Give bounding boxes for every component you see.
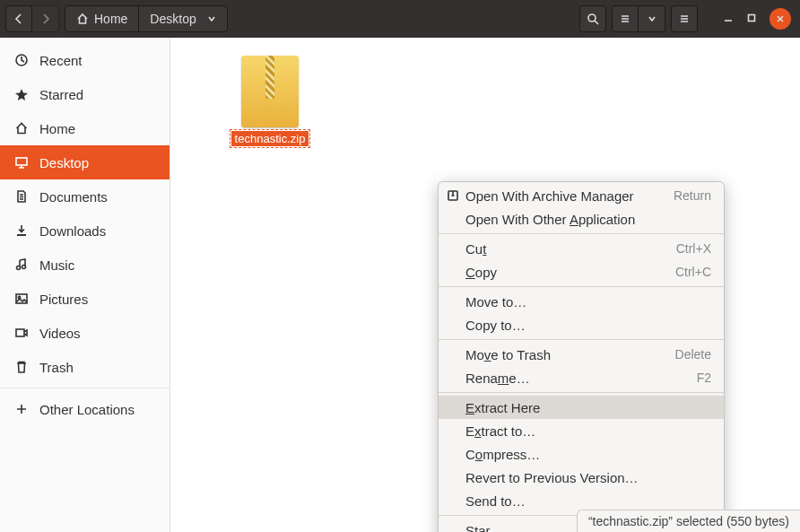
svg-rect-3: [16, 158, 27, 165]
context-menu-item-label: Revert to Previous Version…: [465, 470, 639, 485]
context-menu-item-label: Move to…: [465, 294, 526, 310]
context-menu-item-label: Rename…: [465, 371, 530, 386]
status-bar: “technastic.zip” selected (550 bytes): [577, 510, 800, 532]
trash-icon: [14, 360, 29, 374]
clock-icon: [14, 53, 29, 67]
file-label: technastic.zip: [231, 131, 309, 146]
crumb-label: Home: [94, 12, 127, 26]
svg-rect-8: [16, 329, 24, 336]
zip-icon: [241, 56, 299, 127]
sidebar-item-downloads[interactable]: Downloads: [0, 214, 170, 248]
star-icon: [14, 87, 29, 101]
music-icon: [14, 257, 29, 272]
context-menu-item[interactable]: Rename…F2: [439, 366, 724, 389]
archive-icon: [446, 188, 460, 203]
context-menu-item-label: Cut: [465, 241, 486, 257]
sidebar-item-label: Other Locations: [39, 402, 135, 417]
context-menu-item-label: Send to…: [465, 493, 526, 509]
context-menu-item-label: Open With Other Application: [465, 212, 635, 227]
context-menu-item-accel: Ctrl+C: [675, 265, 711, 279]
context-menu-item[interactable]: Copy to…: [439, 313, 724, 336]
search-icon: [587, 13, 599, 25]
file-item[interactable]: technastic.zip: [230, 56, 310, 146]
search-button[interactable]: [579, 5, 606, 32]
context-menu-item[interactable]: Open With Other Application: [439, 207, 724, 231]
sidebar-item-home[interactable]: Home: [0, 111, 170, 145]
svg-rect-1: [749, 15, 755, 22]
sidebar-item-label: Trash: [39, 360, 74, 375]
minimize-button[interactable]: [719, 8, 737, 30]
sidebar-item-label: Documents: [39, 189, 108, 205]
context-menu-item-label: Move to Trash: [465, 347, 551, 362]
sidebar-item-videos[interactable]: Videos: [0, 316, 170, 350]
context-menu-item[interactable]: Revert to Previous Version…: [439, 466, 724, 489]
view-options-button[interactable]: [639, 5, 665, 32]
sidebar-item-desktop[interactable]: Desktop: [0, 145, 170, 179]
hamburger-icon: [678, 13, 691, 25]
sidebar-item-label: Music: [39, 257, 74, 273]
sidebar-item-starred[interactable]: Starred: [0, 77, 170, 111]
nav-buttons: [5, 5, 59, 32]
archive-icon: [446, 188, 460, 203]
sidebar-item-other-locations[interactable]: Other Locations: [0, 392, 170, 426]
view-buttons: [612, 5, 665, 32]
svg-point-5: [22, 266, 26, 269]
sidebar-item-label: Starred: [39, 87, 83, 102]
context-menu-item-label: Copy to…: [465, 318, 526, 333]
sidebar-separator: [0, 388, 170, 388]
context-menu-separator: [439, 339, 724, 340]
crumb-home[interactable]: Home: [65, 6, 139, 31]
context-menu-item[interactable]: Move to…: [439, 290, 724, 313]
context-menu-item[interactable]: Move to TrashDelete: [439, 343, 724, 366]
header-bar: Home Desktop: [0, 0, 800, 38]
context-menu-separator: [439, 233, 724, 234]
context-menu-item-accel: F2: [697, 371, 711, 385]
context-menu-item[interactable]: Compress…: [439, 442, 724, 466]
sidebar-item-music[interactable]: Music: [0, 248, 170, 282]
close-button[interactable]: [770, 8, 791, 30]
context-menu-item-accel: Ctrl+X: [676, 241, 711, 256]
context-menu-item[interactable]: Extract to…: [439, 419, 724, 442]
content-area[interactable]: technastic.zip Open With Archive Manager…: [170, 38, 800, 532]
chevron-right-icon: [39, 13, 52, 25]
minimize-icon: [723, 13, 734, 23]
sidebar-item-recent[interactable]: Recent: [0, 43, 170, 77]
sidebar-item-pictures[interactable]: Pictures: [0, 282, 170, 316]
context-menu-item-label: Extract to…: [465, 423, 535, 439]
chevron-down-icon: [207, 14, 216, 23]
sidebar-item-label: Pictures: [39, 292, 88, 307]
context-menu-item[interactable]: Extract Here: [439, 396, 724, 419]
sidebar-item-label: Downloads: [39, 223, 106, 239]
sidebar-item-label: Desktop: [39, 155, 89, 170]
desktop-icon: [14, 155, 29, 170]
home-icon: [14, 121, 29, 135]
download-icon: [14, 223, 29, 238]
breadcrumb: Home Desktop: [65, 5, 228, 32]
close-icon: [776, 14, 785, 23]
svg-point-4: [17, 266, 21, 270]
context-menu-item-label: Open With Archive Manager: [465, 188, 634, 204]
sidebar-item-label: Recent: [39, 53, 83, 68]
chevron-left-icon: [13, 13, 25, 25]
list-view-button[interactable]: [612, 5, 639, 32]
context-menu-item[interactable]: CutCtrl+X: [439, 237, 724, 260]
sidebar-item-trash[interactable]: Trash: [0, 350, 170, 384]
hamburger-menu-button[interactable]: [671, 5, 698, 32]
maximize-button[interactable]: [743, 8, 761, 30]
home-icon: [76, 13, 89, 25]
context-menu-item-label: Copy: [465, 265, 497, 280]
body: RecentStarredHomeDesktopDocumentsDownloa…: [0, 38, 800, 532]
file-grid: technastic.zip: [170, 38, 800, 146]
context-menu-item-accel: Delete: [675, 347, 711, 362]
context-menu-item[interactable]: Open With Archive ManagerReturn: [439, 184, 724, 207]
sidebar-item-documents[interactable]: Documents: [0, 179, 170, 214]
forward-button[interactable]: [32, 5, 59, 32]
crumb-desktop[interactable]: Desktop: [139, 6, 226, 31]
sidebar-item-label: Home: [39, 121, 75, 136]
list-icon: [619, 13, 631, 25]
sidebar-item-label: Videos: [39, 326, 81, 341]
context-menu-item[interactable]: CopyCtrl+C: [439, 260, 724, 283]
plus-icon: [14, 402, 29, 416]
back-button[interactable]: [5, 5, 32, 32]
chevron-down-icon: [648, 14, 657, 23]
